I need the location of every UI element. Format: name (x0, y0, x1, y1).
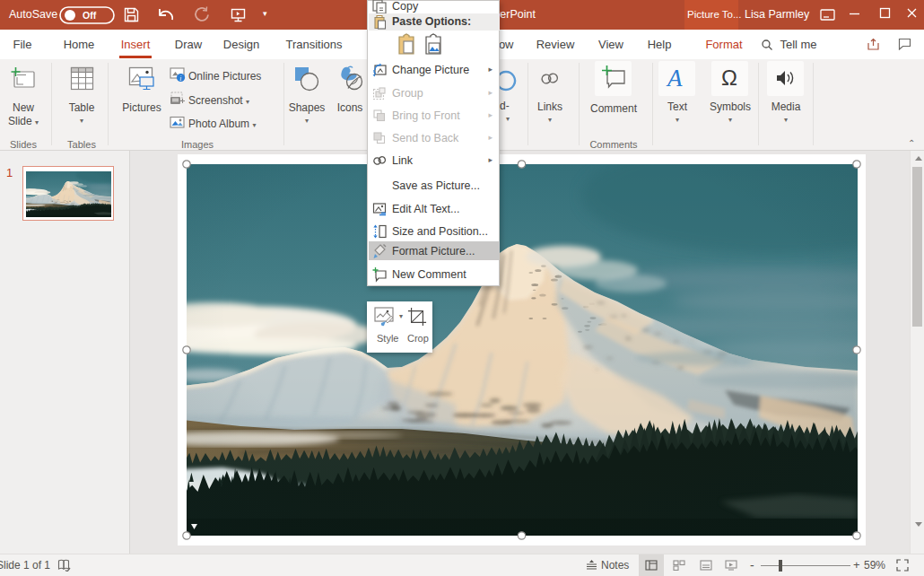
svg-text:Off: Off (83, 10, 97, 21)
svg-text:i: i (179, 74, 181, 83)
